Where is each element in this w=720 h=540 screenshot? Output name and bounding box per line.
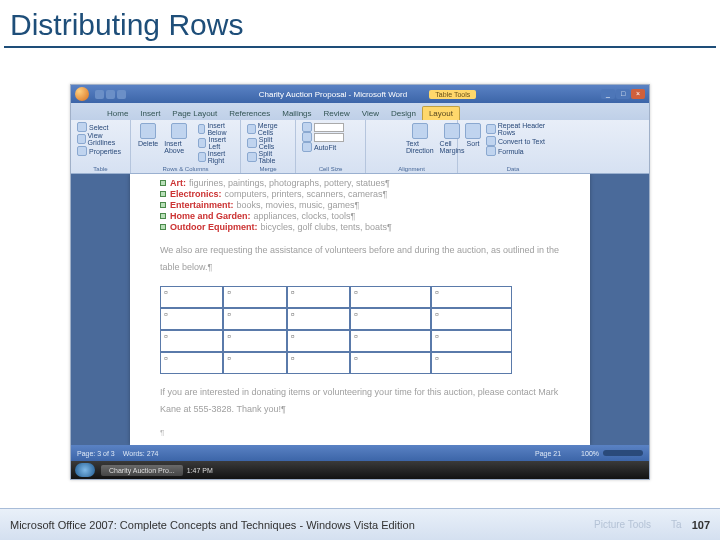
tab-design[interactable]: Design xyxy=(385,107,422,120)
align-tr[interactable] xyxy=(392,124,401,133)
width-input[interactable] xyxy=(300,132,361,142)
volunteer-table[interactable]: ¤ ¤ ¤ ¤ ¤ ¤¤¤¤¤ ¤¤¤¤¤ ¤¤¤¤¤ xyxy=(160,286,512,374)
footer-text: Microsoft Office 2007: Complete Concepts… xyxy=(10,519,415,531)
status-page: Page: 3 of 3 xyxy=(77,450,115,457)
text-direction-button[interactable]: Text Direction xyxy=(403,122,437,155)
tab-home[interactable]: Home xyxy=(101,107,134,120)
maximize-button[interactable]: □ xyxy=(616,89,630,99)
align-mc[interactable] xyxy=(382,134,391,143)
list-item: Home and Garden:appliances, clocks, tool… xyxy=(160,211,560,221)
taskbar-item[interactable]: Charity Auction Pro... xyxy=(101,465,183,476)
window-title: Charity Auction Proposal - Microsoft Wor… xyxy=(134,90,601,99)
tab-mailings[interactable]: Mailings xyxy=(276,107,317,120)
status-words: Words: 274 xyxy=(123,450,159,457)
align-mr[interactable] xyxy=(392,134,401,143)
sort-button[interactable]: Sort xyxy=(462,122,484,156)
insert-left-button[interactable]: Insert Left xyxy=(196,136,236,150)
repeat-header-button[interactable]: Repeat Header Rows xyxy=(484,122,564,136)
paragraph-mark: ¶ xyxy=(160,428,560,437)
table-cell[interactable]: ¤ xyxy=(287,286,350,308)
document-page[interactable]: Art:figurines, paintings, photographs, p… xyxy=(130,174,590,445)
convert-text-button[interactable]: Convert to Text xyxy=(484,136,564,146)
paragraph: If you are interested in donating items … xyxy=(160,384,560,418)
ribbon-tabs: Home Insert Page Layout References Maili… xyxy=(71,103,649,120)
select-button[interactable]: Select xyxy=(75,122,126,132)
height-input[interactable] xyxy=(300,122,361,132)
autofit-button[interactable]: AutoFit xyxy=(300,142,361,152)
ribbon-group-data: Sort Repeat Header Rows Convert to Text … xyxy=(458,120,568,173)
list-item: Art:figurines, paintings, photographs, p… xyxy=(160,178,560,188)
table-cell[interactable]: ¤ xyxy=(431,286,512,308)
ribbon-group-merge: Merge Cells Split Cells Split Table Merg… xyxy=(241,120,296,173)
align-ml[interactable] xyxy=(372,134,381,143)
ribbon-group-table: Select View Gridlines Properties Table xyxy=(71,120,131,173)
tab-insert[interactable]: Insert xyxy=(134,107,166,120)
table-cell[interactable]: ¤ xyxy=(350,286,431,308)
tab-view[interactable]: View xyxy=(356,107,385,120)
contextual-tab-label: Table Tools xyxy=(429,90,476,99)
ribbon-group-cell-size: AutoFit Cell Size xyxy=(296,120,366,173)
paragraph: We also are requesting the assistance of… xyxy=(160,242,560,276)
document-viewport[interactable]: Art:figurines, paintings, photographs, p… xyxy=(71,174,649,445)
view-gridlines-button[interactable]: View Gridlines xyxy=(75,132,126,146)
insert-above-button[interactable]: Insert Above xyxy=(161,122,196,164)
ribbon-group-alignment: Text Direction Cell Margins Alignment xyxy=(366,120,458,173)
list-item: Entertainment:books, movies, music, game… xyxy=(160,200,560,210)
quick-access-toolbar[interactable] xyxy=(95,90,126,99)
insert-below-button[interactable]: Insert Below xyxy=(196,122,236,136)
zoom-level[interactable]: 100% xyxy=(581,450,599,457)
bullet-list: Art:figurines, paintings, photographs, p… xyxy=(160,178,560,232)
slide-title: Distributing Rows xyxy=(0,0,720,46)
status-right: Page 21 xyxy=(535,450,561,457)
align-tl[interactable] xyxy=(372,124,381,133)
table-cell[interactable]: ¤ xyxy=(160,286,223,308)
table-row[interactable]: ¤¤¤¤¤ xyxy=(160,330,512,352)
office-button[interactable] xyxy=(75,87,89,101)
slide-footer: Microsoft Office 2007: Complete Concepts… xyxy=(0,508,720,540)
merge-cells-button[interactable]: Merge Cells xyxy=(245,122,291,136)
tab-references[interactable]: References xyxy=(223,107,276,120)
insert-right-button[interactable]: Insert Right xyxy=(196,150,236,164)
page-number: 107 xyxy=(692,519,710,531)
tab-review[interactable]: Review xyxy=(318,107,356,120)
vista-taskbar: Charity Auction Pro... 1:47 PM xyxy=(71,461,649,479)
table-row[interactable]: ¤ ¤ ¤ ¤ ¤ xyxy=(160,286,512,308)
ribbon-group-rows-columns: Delete Insert Above Insert Below Insert … xyxy=(131,120,241,173)
table-row[interactable]: ¤¤¤¤¤ xyxy=(160,308,512,330)
align-bl[interactable] xyxy=(372,144,381,153)
word-statusbar: Page: 3 of 3 Words: 274 Page 21 100% xyxy=(71,445,649,461)
properties-button[interactable]: Properties xyxy=(75,146,126,156)
align-bc[interactable] xyxy=(382,144,391,153)
split-table-button[interactable]: Split Table xyxy=(245,150,291,164)
table-cell[interactable]: ¤ xyxy=(223,286,286,308)
word-window: Charity Auction Proposal - Microsoft Wor… xyxy=(70,84,650,480)
close-button[interactable]: × xyxy=(631,89,645,99)
window-titlebar: Charity Auction Proposal - Microsoft Wor… xyxy=(71,85,649,103)
zoom-slider[interactable] xyxy=(603,450,643,456)
ribbon: Select View Gridlines Properties Table D… xyxy=(71,120,649,174)
title-rule xyxy=(4,46,716,48)
system-tray-time: 1:47 PM xyxy=(187,467,213,474)
list-item: Outdoor Equipment:bicycles, golf clubs, … xyxy=(160,222,560,232)
minimize-button[interactable]: _ xyxy=(601,89,615,99)
table-row[interactable]: ¤¤¤¤¤ xyxy=(160,352,512,374)
align-br[interactable] xyxy=(392,144,401,153)
split-cells-button[interactable]: Split Cells xyxy=(245,136,291,150)
delete-button[interactable]: Delete xyxy=(135,122,161,164)
align-tc[interactable] xyxy=(382,124,391,133)
tab-layout[interactable]: Layout xyxy=(422,106,460,120)
start-button[interactable] xyxy=(75,463,95,477)
formula-button[interactable]: Formula xyxy=(484,146,564,156)
list-item: Electronics:computers, printers, scanner… xyxy=(160,189,560,199)
tab-pagelayout[interactable]: Page Layout xyxy=(166,107,223,120)
